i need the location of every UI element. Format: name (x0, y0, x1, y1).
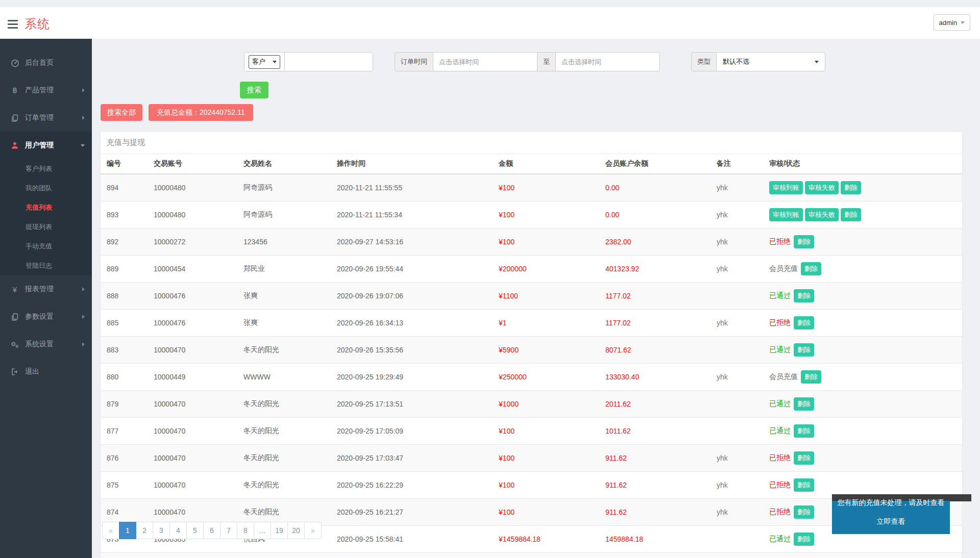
sidebar-item-parameter-settings[interactable]: 参数设置 (0, 303, 92, 331)
hamburger-menu-icon[interactable] (8, 18, 18, 31)
page: 系统 admin 后台首页฿产品管理订单管理用户管理客户列表我的团队充值列表提现… (0, 0, 980, 558)
page-next[interactable]: » (304, 522, 322, 539)
audit-ok-button[interactable]: 审核到账 (769, 208, 803, 221)
search-all-button[interactable]: 搜索全部 (101, 104, 142, 121)
sidebar-item-label: 后台首页 (25, 58, 54, 67)
page-1[interactable]: 1 (119, 522, 136, 539)
customer-keyword-input[interactable] (285, 53, 373, 71)
sidebar: 后台首页฿产品管理订单管理用户管理客户列表我的团队充值列表提现列表手动充值登陆日… (0, 39, 92, 558)
cell-name: 阿奇源码 (239, 174, 333, 201)
sidebar-subitem-manual-recharge[interactable]: 手动充值 (0, 237, 92, 256)
page-5[interactable]: 5 (186, 522, 204, 539)
delete-button[interactable]: 删除 (794, 532, 814, 546)
page-prev[interactable]: « (102, 522, 119, 539)
delete-button[interactable]: 删除 (794, 397, 814, 411)
cell-account: 10000480 (150, 201, 239, 229)
cell-account: 10000272 (150, 229, 239, 256)
delete-button[interactable]: 删除 (794, 505, 814, 519)
col-balance: 会员账户余额 (601, 154, 713, 174)
delete-button[interactable]: 删除 (794, 451, 814, 465)
sidebar-subitem-withdraw-list[interactable]: 提现列表 (0, 217, 92, 237)
cell-id: 876 (101, 445, 150, 472)
page-3[interactable]: 3 (153, 522, 170, 539)
delete-button[interactable]: 删除 (794, 343, 814, 357)
user-icon (9, 141, 20, 149)
delete-button[interactable]: 删除 (794, 289, 814, 302)
signout-icon (9, 368, 20, 376)
cell-account: 10000470 (150, 445, 239, 472)
chevron-down-icon (273, 61, 277, 63)
brand-title: 系统 (24, 16, 50, 32)
delete-button[interactable]: 删除 (801, 262, 821, 275)
page-7[interactable]: 7 (220, 522, 237, 539)
sidebar-item-report-management[interactable]: ¥报表管理 (0, 275, 92, 303)
page-19[interactable]: 19 (271, 522, 288, 539)
sidebar-item-user-management[interactable]: 用户管理 (0, 132, 92, 159)
status-badge: 已通过 (769, 345, 791, 353)
sidebar-subitem-login-log[interactable]: 登陆日志 (0, 256, 92, 275)
sidebar-group-user-management: 用户管理客户列表我的团队充值列表提现列表手动充值登陆日志 (0, 132, 92, 275)
to-label: 至 (537, 52, 556, 71)
cell-id: 872 (101, 553, 150, 558)
page-6[interactable]: 6 (203, 522, 220, 539)
delete-button[interactable]: 删除 (841, 208, 861, 221)
table-row: 87610000470冬天的阳光2020-09-25 17:03:47¥1009… (101, 445, 962, 472)
cell-id: 892 (101, 229, 150, 256)
end-time-input[interactable] (556, 52, 660, 71)
delete-button[interactable]: 删除 (794, 235, 814, 248)
table-row: 892100002721234562020-09-27 14:53:16¥100… (101, 229, 962, 256)
sidebar-subitem-recharge-list[interactable]: 充值列表 (0, 198, 92, 217)
cell-name: 阿奇源码 (239, 201, 333, 229)
files-icon (9, 114, 20, 122)
page-8[interactable]: 8 (237, 522, 254, 539)
admin-user-menu[interactable]: admin (934, 14, 970, 31)
table-row: 88510000476张爽2020-09-26 16:34:13¥11177.0… (101, 310, 962, 337)
cell-remark: yhk (713, 499, 765, 526)
sidebar-item-dashboard-home[interactable]: 后台首页 (0, 49, 92, 77)
cell-amount: ¥1100 (495, 283, 601, 310)
customer-type-select[interactable]: 客户 (249, 55, 280, 69)
search-button[interactable]: 搜索 (240, 82, 268, 98)
sidebar-item-product-management[interactable]: ฿产品管理 (0, 77, 92, 104)
sidebar-subitem-customer-list[interactable]: 客户列表 (0, 159, 92, 179)
sidebar-item-label: 参数设置 (25, 312, 54, 321)
page-4[interactable]: 4 (169, 522, 187, 539)
chevron-down-icon (81, 144, 85, 147)
type-select[interactable]: 默认不选 (717, 52, 825, 71)
cell-time: 2020-11-21 11:55:34 (333, 201, 495, 229)
audit-ok-button[interactable]: 审核到账 (769, 181, 803, 194)
cell-amount: ¥100 (495, 472, 601, 499)
cell-remark: yhk (713, 445, 765, 472)
cell-status: 会员充值删除 (765, 256, 962, 283)
cell-time: 2020-09-25 17:13:51 (333, 391, 495, 418)
sidebar-subitem-my-team[interactable]: 我的团队 (0, 179, 92, 198)
delete-button[interactable]: 删除 (801, 370, 821, 384)
cell-time: 2020-09-27 14:53:16 (333, 229, 495, 256)
cell-status: 已拒绝删除 (765, 445, 962, 472)
page-20[interactable]: 20 (287, 522, 305, 539)
sidebar-item-label: 产品管理 (25, 86, 54, 95)
delete-button[interactable]: 删除 (794, 478, 814, 492)
table-row: 88910000454郑民业2020-09-26 19:55:44¥200000… (101, 256, 962, 283)
cell-name: 123456 (239, 229, 333, 256)
delete-button[interactable]: 删除 (794, 316, 814, 329)
gears-icon (9, 340, 20, 349)
page-2[interactable]: 2 (136, 522, 153, 539)
cell-account: 10000476 (150, 310, 239, 337)
audit-fail-button[interactable]: 审核失败 (805, 181, 839, 194)
sidebar-item-system-settings[interactable]: 系统设置 (0, 331, 92, 358)
audit-fail-button[interactable]: 审核失败 (805, 208, 839, 221)
cell-status: 审核到账审核失败删除 (765, 174, 962, 201)
delete-button[interactable]: 删除 (841, 181, 861, 194)
sidebar-item-order-management[interactable]: 订单管理 (0, 104, 92, 132)
cell-amount: ¥100 (495, 418, 601, 445)
cell-time: 2020-09-26 15:35:56 (333, 337, 495, 364)
notification-view-now-link[interactable]: 立即查看 (832, 517, 950, 526)
type-label: 类型 (691, 52, 717, 71)
sidebar-item-logout[interactable]: 退出 (0, 358, 92, 386)
delete-button[interactable]: 删除 (794, 424, 814, 438)
start-time-input[interactable] (433, 52, 537, 71)
cell-status: 已拒绝删除 (765, 310, 962, 337)
page-ellipsis: … (254, 522, 271, 539)
cell-status: 已拒绝删除 (765, 229, 962, 256)
